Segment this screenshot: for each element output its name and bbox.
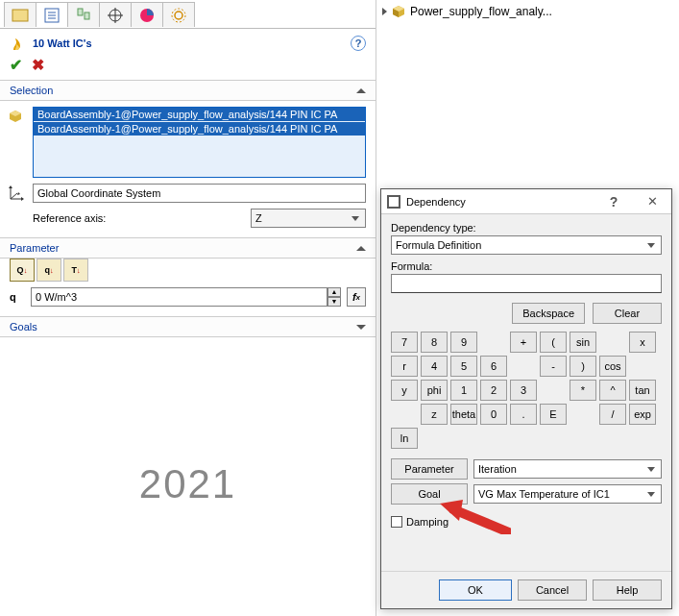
- formula-label: Formula:: [391, 260, 662, 272]
- dialog-help-icon[interactable]: ?: [594, 189, 633, 213]
- key-3[interactable]: 3: [510, 380, 537, 401]
- collapse-icon[interactable]: [356, 246, 366, 251]
- selection-icon: [8, 109, 25, 126]
- param-type-surface[interactable]: q↓: [36, 259, 61, 282]
- key-8[interactable]: 8: [421, 332, 448, 353]
- param-type-temperature[interactable]: T↓: [63, 259, 88, 282]
- tab-dimxpert[interactable]: [99, 2, 132, 27]
- parameter-button[interactable]: Parameter: [391, 458, 468, 480]
- key-e[interactable]: E: [540, 404, 567, 425]
- key-minus[interactable]: -: [540, 356, 567, 377]
- q-spinner: ▲ ▼: [31, 287, 341, 307]
- key-rparen[interactable]: ): [570, 356, 596, 377]
- svg-rect-5: [78, 9, 83, 15]
- tab-display[interactable]: [131, 2, 163, 27]
- dependency-dialog: Dependency ? ✕ Dependency type: Formula …: [380, 188, 672, 609]
- key-lparen[interactable]: (: [540, 332, 567, 353]
- key-exp[interactable]: exp: [629, 404, 656, 425]
- ok-check-icon[interactable]: ✔: [10, 56, 22, 74]
- key-x[interactable]: x: [629, 332, 656, 353]
- clear-button[interactable]: Clear: [593, 303, 662, 324]
- box-icon: [391, 4, 406, 19]
- damping-row: Damping: [391, 516, 662, 528]
- parameter-select[interactable]: Iteration: [473, 459, 662, 479]
- q-row: q ▲ ▼ fx: [0, 285, 376, 316]
- dialog-footer: OK Cancel Help: [381, 571, 671, 608]
- parameter-type-buttons: Q↓ q↓ T↓: [0, 259, 376, 285]
- section-parameter-header[interactable]: Parameter: [0, 237, 376, 259]
- key-r[interactable]: r: [391, 356, 418, 377]
- key-0[interactable]: 0: [480, 404, 507, 425]
- key-5[interactable]: 5: [450, 356, 477, 377]
- dialog-close-icon[interactable]: ✕: [633, 189, 671, 213]
- coord-system-input[interactable]: [33, 184, 366, 203]
- damping-checkbox[interactable]: [391, 516, 402, 528]
- key-7[interactable]: 7: [391, 332, 418, 353]
- ref-axis-label: Reference axis:: [33, 212, 251, 224]
- dep-type-value: Formula Definition: [396, 239, 481, 251]
- cancel-x-icon[interactable]: ✖: [32, 56, 44, 74]
- svg-rect-6: [85, 12, 89, 19]
- key-4[interactable]: 4: [421, 356, 448, 377]
- key-theta[interactable]: theta: [450, 404, 477, 425]
- confirm-row: ✔ ✖: [0, 54, 376, 81]
- section-selection-label: Selection: [10, 85, 356, 96]
- parameter-value: Iteration: [478, 463, 517, 475]
- ok-button[interactable]: OK: [439, 579, 512, 601]
- dialog-titlebar[interactable]: Dependency ? ✕: [381, 189, 671, 214]
- feature-header: 10 Watt IC's ?: [0, 29, 376, 54]
- param-type-volumetric[interactable]: Q↓: [10, 259, 35, 282]
- cancel-button[interactable]: Cancel: [518, 579, 587, 601]
- q-input[interactable]: [31, 287, 327, 307]
- tab-feature-tree[interactable]: [4, 2, 36, 27]
- heat-source-icon: [10, 35, 27, 52]
- key-div[interactable]: /: [599, 404, 626, 425]
- section-parameter-label: Parameter: [10, 242, 356, 254]
- key-phi[interactable]: phi: [421, 380, 448, 401]
- spin-down[interactable]: ▼: [327, 297, 341, 307]
- tab-flow[interactable]: [162, 2, 195, 27]
- list-item[interactable]: BoardAssembly-1@Power_supply_flow_analys…: [34, 108, 365, 121]
- goal-button[interactable]: Goal: [391, 483, 468, 505]
- key-2[interactable]: 2: [480, 380, 507, 401]
- key-cos[interactable]: cos: [599, 356, 626, 377]
- key-6[interactable]: 6: [480, 356, 507, 377]
- help-icon[interactable]: ?: [351, 36, 366, 51]
- help-button[interactable]: Help: [593, 579, 662, 601]
- key-pow[interactable]: ^: [599, 380, 626, 401]
- key-sin[interactable]: sin: [570, 332, 596, 353]
- key-plus[interactable]: +: [510, 332, 537, 353]
- key-y[interactable]: y: [391, 380, 418, 401]
- q-label: q: [10, 291, 25, 303]
- damping-label: Damping: [406, 516, 449, 528]
- key-1[interactable]: 1: [450, 380, 477, 401]
- list-item[interactable]: BoardAssembly-1@Power_supply_flow_analys…: [34, 122, 365, 136]
- key-z[interactable]: z: [421, 404, 448, 425]
- key-tan[interactable]: tan: [629, 380, 656, 401]
- tab-property-manager[interactable]: [36, 2, 68, 27]
- key-9[interactable]: 9: [450, 332, 477, 353]
- section-selection-header[interactable]: Selection: [0, 81, 376, 101]
- goal-value: VG Max Temperature of IC1: [478, 488, 610, 500]
- key-dot[interactable]: .: [510, 404, 537, 425]
- project-tree-row[interactable]: Power_supply_flow_analy...: [382, 4, 552, 19]
- ref-axis-select[interactable]: Z: [251, 209, 366, 228]
- tree-expand-icon[interactable]: [382, 8, 387, 15]
- tab-configuration[interactable]: [67, 2, 100, 27]
- expand-icon[interactable]: [356, 325, 366, 330]
- feature-title: 10 Watt IC's: [33, 37, 351, 49]
- fx-dependency-button[interactable]: fx: [347, 287, 366, 307]
- formula-input[interactable]: [391, 274, 662, 293]
- goal-select[interactable]: VG Max Temperature of IC1: [473, 484, 662, 504]
- svg-point-12: [172, 9, 185, 22]
- section-selection-body: BoardAssembly-1@Power_supply_flow_analys…: [0, 101, 376, 237]
- key-ln[interactable]: ln: [391, 428, 418, 449]
- key-mul[interactable]: *: [570, 380, 596, 401]
- section-goals-header[interactable]: Goals: [0, 316, 376, 337]
- selection-list[interactable]: BoardAssembly-1@Power_supply_flow_analys…: [33, 107, 366, 178]
- panel-tab-strip: [0, 0, 376, 29]
- spin-up[interactable]: ▲: [327, 287, 341, 297]
- dep-type-select[interactable]: Formula Definition: [391, 235, 662, 255]
- collapse-icon[interactable]: [356, 88, 366, 93]
- backspace-button[interactable]: Backspace: [512, 303, 585, 324]
